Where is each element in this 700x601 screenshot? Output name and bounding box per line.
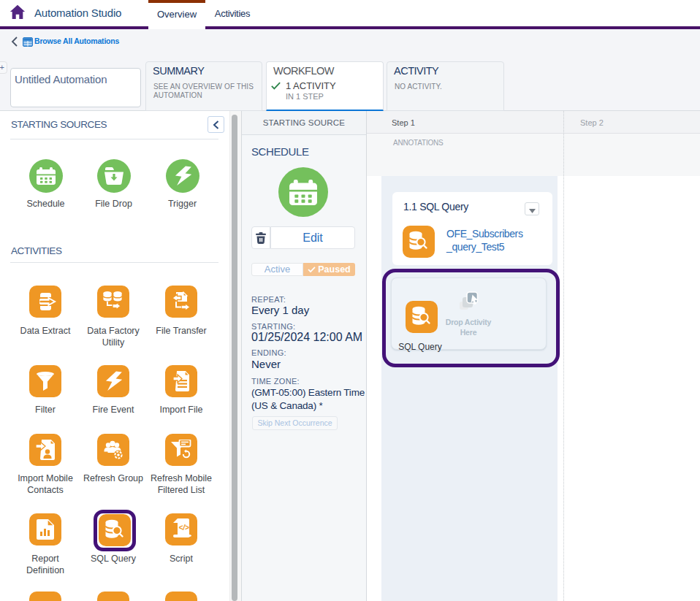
svg-text:</>: </>	[179, 524, 190, 532]
